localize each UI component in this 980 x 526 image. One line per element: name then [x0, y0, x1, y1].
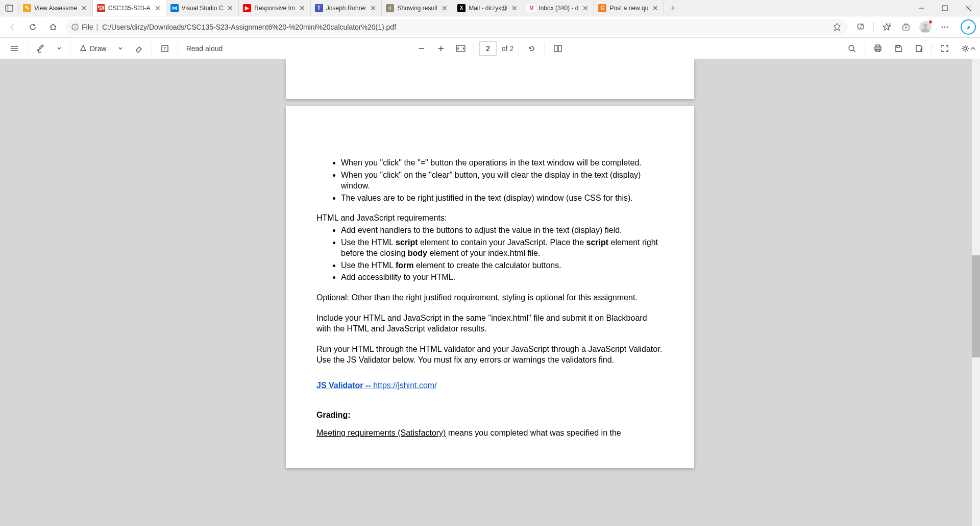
doc-bullet: The values are to be right justified in …	[341, 193, 664, 204]
text-icon[interactable]: T	[157, 41, 173, 56]
close-icon[interactable]: ✕	[369, 4, 377, 12]
collections-icon[interactable]	[897, 19, 915, 35]
doc-bullet: Add event handlers to the buttons to adj…	[341, 225, 664, 236]
home-button[interactable]	[45, 19, 61, 35]
highlight-icon[interactable]	[33, 41, 48, 56]
tab-favicon: C	[598, 4, 606, 12]
close-icon[interactable]: ✕	[226, 4, 234, 12]
doc-optional: Optional: Other than the right justified…	[316, 292, 664, 303]
draw-dropdown-icon[interactable]	[115, 41, 126, 56]
svg-rect-30	[554, 45, 557, 52]
info-icon	[71, 23, 79, 31]
tab-favicon: PDF	[97, 4, 105, 12]
collapse-toolbar-icon[interactable]	[968, 39, 978, 58]
close-icon[interactable]: ✕	[581, 4, 590, 12]
svg-point-17	[947, 26, 948, 28]
read-aloud-addr-icon[interactable]	[832, 22, 842, 32]
save-as-icon[interactable]	[911, 41, 926, 56]
close-button[interactable]	[957, 0, 980, 16]
extensions-icon[interactable]	[852, 19, 869, 35]
url-prefix-label: File	[82, 23, 93, 31]
profile-icon[interactable]	[917, 19, 934, 35]
svg-text:T: T	[163, 46, 166, 52]
new-tab-button[interactable]: +	[664, 4, 681, 13]
tab-favicon: M	[527, 4, 535, 12]
zoom-in-icon[interactable]	[434, 41, 448, 56]
tab-actions-icon[interactable]	[0, 0, 18, 16]
window-controls	[910, 0, 980, 16]
read-aloud-label: Read aloud	[186, 44, 223, 53]
url-box[interactable]: File | C:/Users/dirzy/Downloads/CSC135-S…	[65, 19, 848, 35]
close-icon[interactable]: ✕	[440, 4, 449, 12]
print-icon[interactable]	[870, 41, 886, 56]
doc-bullets-b: Add event handlers to the buttons to adj…	[316, 225, 664, 283]
bing-sidebar-icon[interactable]	[961, 19, 976, 35]
more-icon[interactable]	[936, 19, 953, 35]
draw-button[interactable]: Draw	[76, 41, 110, 56]
tab-label: Visual Studio C	[182, 5, 224, 12]
scrollbar-thumb[interactable]	[972, 255, 980, 357]
svg-point-23	[11, 50, 12, 51]
tab-favicon: X	[457, 4, 465, 12]
svg-rect-37	[897, 45, 899, 47]
tab-6[interactable]: XMail - dirzyk@✕	[453, 0, 523, 16]
page-total: of 2	[502, 44, 513, 53]
tab-label: CSC135-S23-A	[108, 5, 151, 12]
tab-3[interactable]: ▶Responsive Im✕	[239, 0, 310, 16]
url-path: C:/Users/dirzy/Downloads/CSC135-S23-Assi…	[102, 23, 396, 31]
rotate-icon[interactable]	[524, 41, 540, 56]
close-icon[interactable]: ✕	[651, 4, 659, 12]
contents-icon[interactable]	[7, 41, 22, 56]
address-bar: File | C:/Users/dirzy/Downloads/CSC135-S…	[0, 16, 980, 38]
back-button[interactable]	[4, 19, 20, 35]
fullscreen-icon[interactable]	[937, 41, 952, 56]
svg-point-16	[944, 26, 946, 28]
doc-bullet: Use the HTML form element to create the …	[341, 260, 664, 271]
close-icon[interactable]: ✕	[154, 4, 162, 12]
doc-heading-b: HTML and JavaScript requirements:	[316, 212, 664, 224]
tab-0[interactable]: ✎View Assessme✕	[19, 0, 93, 16]
tab-5[interactable]: ⚡Showing result✕	[382, 0, 453, 16]
tab-favicon: T	[315, 4, 323, 12]
minimize-button[interactable]	[910, 0, 933, 16]
maximize-button[interactable]	[933, 0, 957, 16]
doc-include: Include your HTML and JavaScript in the …	[316, 313, 664, 334]
doc-meeting: Meeting requirements (Satisfactory) mean…	[316, 427, 664, 439]
tab-7[interactable]: MInbox (340) - d✕	[523, 0, 594, 16]
doc-bullet: When you "click" the "=" button the oper…	[341, 157, 664, 169]
pdf-toolbar: Draw T Read aloud of 2	[0, 38, 980, 59]
doc-run: Run your HTML through the HTML validator…	[316, 344, 664, 366]
close-icon[interactable]: ✕	[510, 4, 519, 12]
page-input[interactable]	[479, 41, 497, 56]
close-icon[interactable]: ✕	[298, 4, 306, 12]
tab-label: Mail - dirzyk@	[469, 5, 507, 12]
tab-1[interactable]: PDFCSC135-S23-A✕	[93, 0, 166, 16]
find-icon[interactable]	[844, 41, 860, 56]
zoom-out-icon[interactable]	[414, 41, 429, 56]
tab-label: Inbox (340) - d	[538, 5, 578, 12]
erase-icon[interactable]	[131, 41, 146, 56]
tab-2[interactable]: ⋈Visual Studio C✕	[166, 0, 239, 16]
save-icon[interactable]	[891, 41, 906, 56]
doc-link-line: JS Validator -- https://jshint.com/	[316, 380, 664, 391]
svg-rect-3	[942, 6, 947, 11]
pdf-page-current: When you "click" the "=" button the oper…	[286, 106, 694, 468]
doc-grading: Grading:	[316, 410, 664, 421]
read-aloud-button[interactable]: Read aloud	[183, 41, 226, 56]
close-icon[interactable]: ✕	[80, 4, 88, 12]
tab-label: Responsive Im	[254, 5, 295, 12]
tab-label: Post a new qu	[609, 5, 648, 12]
scrollbar[interactable]	[972, 59, 980, 526]
pdf-viewer[interactable]: When you "click" the "=" button the oper…	[0, 59, 980, 526]
tab-8[interactable]: CPost a new qu✕	[594, 0, 664, 16]
tab-bar: ✎View Assessme✕PDFCSC135-S23-A✕⋈Visual S…	[0, 0, 980, 16]
svg-point-15	[942, 26, 943, 28]
tab-label: Joseph Rohrer	[326, 5, 366, 12]
page-view-icon[interactable]	[550, 41, 566, 56]
favorites-icon[interactable]	[878, 19, 895, 35]
fit-icon[interactable]	[453, 41, 469, 56]
highlight-dropdown-icon[interactable]	[54, 41, 65, 56]
tab-4[interactable]: TJoseph Rohrer✕	[311, 0, 382, 16]
js-validator-link[interactable]: JS Validator -- https://jshint.com/	[316, 381, 437, 390]
refresh-button[interactable]	[24, 19, 41, 35]
